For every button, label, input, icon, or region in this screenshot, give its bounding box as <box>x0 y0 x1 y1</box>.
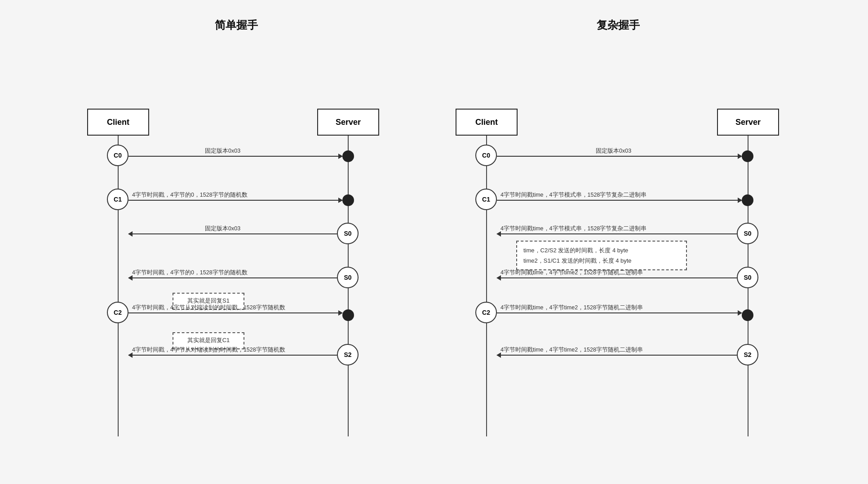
complex-s0b-circle: S0 <box>737 267 758 288</box>
simple-c2-circle: C2 <box>107 302 128 323</box>
complex-c1-circle: C1 <box>475 189 497 210</box>
complex-c0-circle: C0 <box>475 145 497 166</box>
complex-arrow2 <box>497 200 742 201</box>
complex-arrow5-label: 4字节时间戳time，4字节time2，1528字节随机二进制串 <box>500 304 643 312</box>
complex-fc3 <box>742 309 753 321</box>
simple-arrow3-label: 固定版本0x03 <box>205 225 240 233</box>
diagrams-container: 简单握手 Client Server C0 C1 C2 S0 S0 S2 <box>0 0 868 454</box>
simple-arrow6-label: 4字节时间戳，4字节从对端读到的时间戳，1528字节随机数 <box>132 346 285 354</box>
complex-arrow1 <box>497 156 742 157</box>
complex-arrow4 <box>497 277 742 278</box>
complex-arrow6-label: 4字节时间戳time，4字节time2，1528字节随机二进制串 <box>500 346 643 354</box>
complex-sequence-area: Client Server C0 C1 C2 S0 S0 S2 <box>434 50 802 436</box>
complex-fc1 <box>742 150 753 162</box>
simple-arrow6 <box>128 355 342 356</box>
complex-arrow3 <box>497 233 742 234</box>
simple-title: 简单握手 <box>215 18 258 32</box>
complex-arrow6 <box>497 355 742 356</box>
simple-c0-circle: C0 <box>107 145 128 166</box>
simple-client-lifeline <box>118 136 119 436</box>
complex-client-lifeline <box>486 136 487 436</box>
simple-sequence-area: Client Server C0 C1 C2 S0 S0 S2 <box>66 50 407 436</box>
complex-arrow4-label: 4字节时间戳time，4字节time2，1528字节随机二进制串 <box>500 269 643 277</box>
simple-arrow5-label: 4字节时间戳，4字节从对端读到的时间戳，1528字节随机数 <box>132 304 285 312</box>
simple-s0a-circle: S0 <box>337 223 359 244</box>
simple-c1-circle: C1 <box>107 189 128 210</box>
simple-arrow5 <box>128 312 342 313</box>
complex-s0a-circle: S0 <box>737 223 758 244</box>
simple-arrow2 <box>128 200 342 201</box>
complex-arrow2-label: 4字节时间戳time，4字节模式串，1528字节复杂二进制串 <box>500 191 647 199</box>
simple-client-box: Client <box>87 109 149 136</box>
simple-arrow2-label: 4字节时间戳，4字节的0，1528字节的随机数 <box>132 191 248 199</box>
complex-s2-circle: S2 <box>737 344 758 365</box>
complex-client-box: Client <box>456 109 518 136</box>
simple-arrow4-label: 4字节时间戳，4字节的0，1528字节的随机数 <box>132 269 248 277</box>
complex-arrow3-label: 4字节时间戳time，4字节模式串，1528字节复杂二进制串 <box>500 225 647 233</box>
simple-arrow1-label: 固定版本0x03 <box>205 147 240 155</box>
simple-arrow4 <box>128 277 342 278</box>
complex-c2-circle: C2 <box>475 302 497 323</box>
simple-s0b-circle: S0 <box>337 267 359 288</box>
complex-title: 复杂握手 <box>597 18 640 32</box>
complex-arrow5 <box>497 312 742 313</box>
simple-handshake-diagram: 简单握手 Client Server C0 C1 C2 S0 S0 S2 <box>66 18 407 436</box>
complex-fc2 <box>742 194 753 206</box>
simple-arrow1 <box>128 156 342 157</box>
simple-fc3 <box>342 309 354 321</box>
complex-dashed-note: time，C2/S2 发送的时间戳，长度 4 bytetime2，S1/C1 发… <box>516 241 687 270</box>
complex-server-box: Server <box>717 109 779 136</box>
complex-handshake-diagram: 复杂握手 Client Server C0 C1 C2 S0 S0 S2 <box>434 18 802 436</box>
simple-server-box: Server <box>317 109 379 136</box>
complex-arrow1-label: 固定版本0x03 <box>596 147 631 155</box>
simple-s2-circle: S2 <box>337 344 359 365</box>
simple-arrow3 <box>128 233 342 234</box>
simple-fc2 <box>342 194 354 206</box>
simple-fc1 <box>342 150 354 162</box>
